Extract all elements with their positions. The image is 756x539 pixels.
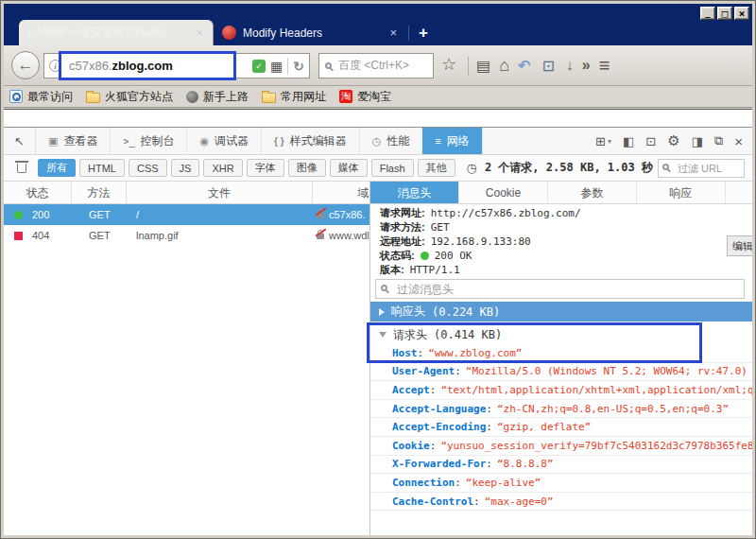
header-value: “max-age=0” — [485, 496, 554, 508]
filter-label: 媒体 — [338, 161, 359, 175]
network-filter-button[interactable]: 字体 — [247, 159, 284, 177]
toolbar-button[interactable] — [599, 55, 610, 77]
tab-separator — [408, 26, 409, 41]
devtools-toolbar-button[interactable]: ▾ — [692, 134, 703, 148]
toolbar-button[interactable] — [476, 57, 490, 75]
response-headers-section[interactable]: 响应头 (0.224 KB) — [370, 302, 752, 322]
bookmark-item[interactable]: 火狐官方站点 — [86, 89, 173, 105]
request-row[interactable]: 200 GET / c57x86. — [4, 204, 369, 225]
column-status[interactable]: 状态 — [4, 182, 72, 204]
filter-label: 所有 — [46, 161, 67, 175]
browser-tab[interactable]: Modify Headers × — [213, 20, 406, 45]
toolbar-button[interactable] — [566, 57, 574, 74]
bookmark-label: 最常访问 — [27, 89, 73, 105]
filter-headers-input[interactable] — [375, 279, 745, 299]
network-filter-button[interactable]: CSS — [129, 159, 167, 177]
info-value: 200 OK — [435, 250, 472, 262]
tab-close-icon[interactable]: × — [389, 26, 397, 40]
window-control-button[interactable] — [717, 7, 732, 20]
toolbar-button[interactable] — [582, 57, 591, 74]
devtools-toolbar-icon — [595, 134, 606, 148]
site-info-icon[interactable] — [49, 60, 61, 72]
back-button[interactable]: ← — [11, 51, 40, 79]
devtools-tab[interactable]: 网络 — [422, 128, 482, 154]
bookmark-item[interactable]: 新手上路 — [186, 89, 249, 105]
network-filter-button[interactable]: XHR — [203, 159, 242, 177]
toolbar-button[interactable] — [499, 56, 509, 76]
header-value: “www.zblog.com” — [428, 347, 522, 359]
element-picker-button[interactable] — [4, 128, 36, 154]
bookmarks-bar: 最常访问 火狐官方站点 新手上路 常用网址 爱淘宝 — [4, 86, 752, 108]
insecure-lock-icon — [317, 213, 324, 218]
toolbar-button[interactable] — [518, 57, 533, 75]
network-filter-button[interactable]: 媒体 — [330, 159, 368, 177]
devtools-toolbar-button[interactable]: ▾ — [714, 133, 723, 148]
details-tab[interactable]: 消息头 — [370, 182, 459, 204]
expanded-arrow-icon[interactable] — [379, 332, 387, 338]
devtools-toolbar-button[interactable]: ▾ — [623, 134, 634, 148]
network-filter-button[interactable]: 其他 — [418, 159, 455, 177]
details-tab[interactable]: 耗时 — [726, 182, 752, 204]
edit-and-resend-button[interactable]: 编辑和重发 — [727, 235, 752, 256]
header-name: Cache-Control — [392, 496, 473, 508]
timing-clock-icon[interactable] — [467, 161, 477, 175]
bookmark-item[interactable]: 爱淘宝 — [339, 89, 391, 105]
status-ok-dot — [421, 252, 429, 260]
info-value: GET — [431, 221, 450, 234]
devtools-toolbar-button[interactable]: ▾ — [667, 132, 679, 149]
devtools-tab-icon — [372, 135, 382, 148]
network-filter-button[interactable]: 图像 — [288, 159, 326, 177]
response-headers-size: (0.224 KB) — [432, 305, 500, 319]
window-control-button[interactable] — [700, 7, 715, 20]
url-bar[interactable]: c57x86.zblog.com — [43, 53, 310, 78]
clear-requests-icon[interactable] — [17, 164, 26, 173]
request-row[interactable]: 404 GET lnamp.gif www.wdl — [4, 225, 369, 246]
details-tab[interactable]: Cookie — [459, 182, 548, 204]
column-domain[interactable]: 域名 — [313, 182, 370, 204]
details-tab[interactable]: 参数 — [548, 182, 637, 204]
new-tab-button[interactable]: + — [419, 24, 428, 43]
tab-title: Modify Headers — [243, 26, 384, 40]
tab-close-icon[interactable]: × — [196, 26, 203, 40]
bookmark-star-icon[interactable] — [441, 54, 456, 75]
url-text[interactable]: c57x86.zblog.com — [69, 59, 249, 73]
details-tab[interactable]: 响应 — [637, 182, 726, 204]
devtools-tab[interactable]: 性能 — [360, 128, 423, 154]
search-bar[interactable]: 百度 <Ctrl+K> — [318, 53, 434, 78]
bookmark-item[interactable]: 最常访问 — [9, 89, 73, 105]
network-filter-button[interactable]: HTML — [79, 159, 125, 177]
header-row: Host : “www.zblog.com” — [370, 344, 752, 363]
header-colon: : — [455, 365, 461, 377]
security-shield-icon[interactable] — [252, 60, 266, 73]
header-name: Host — [392, 347, 418, 359]
picker-icon — [14, 134, 25, 148]
devtools-tab[interactable]: 调试器 — [187, 128, 262, 154]
column-file[interactable]: 文件 — [127, 182, 313, 204]
window-control-icon — [722, 8, 729, 20]
network-filter-button[interactable]: JS — [171, 159, 200, 177]
window-control-button[interactable] — [734, 7, 749, 20]
bookmark-item[interactable]: 常用网址 — [262, 89, 326, 105]
dropdown-caret-icon[interactable]: ▾ — [608, 137, 611, 146]
devtools-tab[interactable]: 控制台 — [111, 128, 187, 154]
filter-url-input[interactable] — [658, 159, 745, 178]
qr-code-icon[interactable] — [270, 59, 283, 74]
reload-icon[interactable] — [293, 59, 304, 74]
devtools-tab[interactable]: 查看器 — [36, 128, 111, 154]
collapsed-arrow-icon[interactable] — [379, 308, 385, 316]
network-filter-button[interactable]: Flash — [371, 159, 414, 177]
browser-tab[interactable]: LANMP一键安装包之lnamp × — [19, 20, 213, 45]
network-filter-button[interactable]: 所有 — [38, 159, 76, 177]
details-tabs: 消息头 Cookie 参数 响应 — [370, 182, 752, 204]
header-value: “8.8.8.8” — [497, 458, 554, 470]
request-headers-section[interactable]: 请求头 (0.414 KB) — [370, 325, 752, 344]
column-method[interactable]: 方法 — [72, 182, 127, 204]
devtools-toolbar-button[interactable]: ▾ — [595, 134, 611, 148]
devtools-toolbar-button[interactable]: ▾ — [645, 134, 656, 148]
toolbar-button-icon — [499, 56, 509, 76]
devtools-tab[interactable]: 样式编辑器 — [262, 128, 360, 154]
devtools-toolbar-button[interactable]: ▾ — [734, 133, 743, 149]
header-row: Cookie : “yunsuo_session_verify=79bf7c54… — [370, 437, 752, 456]
toolbar-button[interactable] — [541, 57, 557, 75]
request-table-header: 状态 方法 文件 域名 — [4, 182, 369, 204]
